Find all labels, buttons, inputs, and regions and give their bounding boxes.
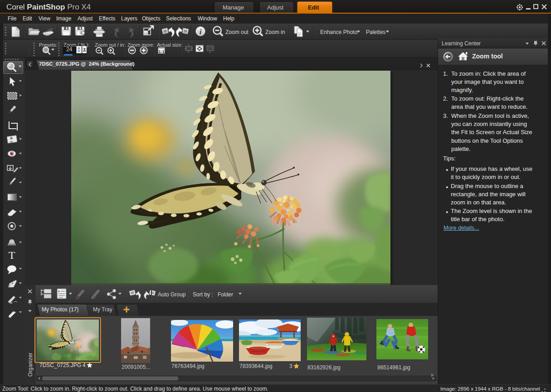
svg-text:T: T xyxy=(9,249,15,261)
svg-text:i: i xyxy=(200,28,202,36)
svg-text:Organizer: Organizer xyxy=(27,353,34,377)
svg-text:1:1: 1:1 xyxy=(158,49,164,54)
